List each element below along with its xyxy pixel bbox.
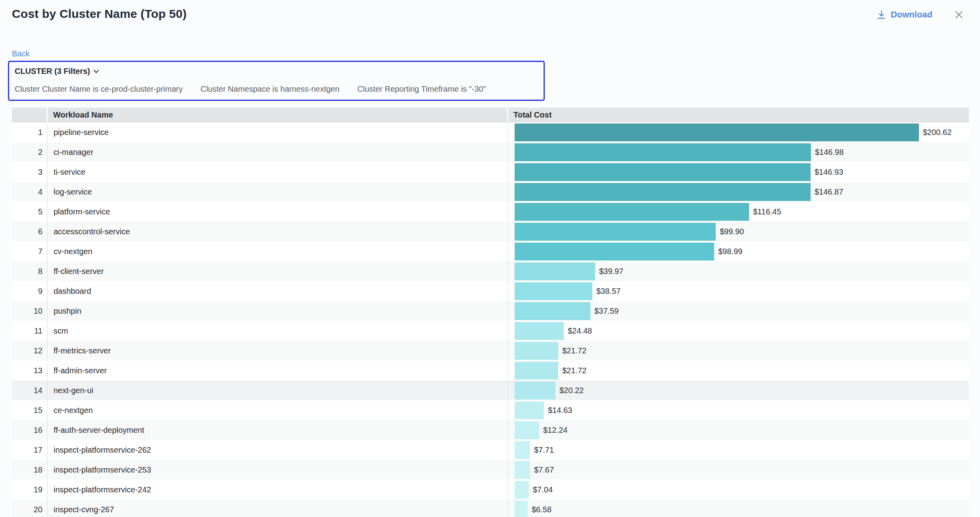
rank-cell: 8	[12, 261, 47, 281]
table-row[interactable]: 15ce-nextgen$14.63	[12, 400, 969, 420]
download-icon	[876, 10, 886, 20]
workload-name-cell: inspect-cvng-267	[47, 500, 508, 517]
close-icon	[955, 10, 963, 19]
rank-cell: 13	[12, 361, 47, 380]
cost-value-label: $39.97	[599, 267, 623, 276]
rank-cell: 12	[12, 341, 47, 361]
workload-name-cell: ff-metrics-server	[47, 341, 508, 361]
cost-by-cluster-modal: Cost by Cluster Name (Top 50) Download B…	[0, 0, 980, 517]
rank-cell: 4	[12, 182, 47, 202]
filter-conditions: Cluster Cluster Name is ce-prod-cluster-…	[15, 85, 486, 94]
table-row[interactable]: 11scm$24.48	[12, 321, 969, 341]
table-row[interactable]: 9dashboard$38.57	[12, 281, 969, 301]
cost-bar	[515, 362, 558, 380]
total-cost-cell: $20.22	[508, 380, 969, 400]
table-row[interactable]: 5platform-service$116.45	[12, 202, 969, 222]
header-divider	[507, 108, 508, 122]
table-header-row: Workload Name Total Cost	[12, 108, 969, 122]
filter-panel: CLUSTER (3 Filters) Cluster Cluster Name…	[8, 61, 545, 101]
back-link[interactable]: Back	[12, 49, 29, 58]
workload-name-cell: accesscontrol-service	[47, 222, 508, 241]
table-row[interactable]: 1pipeline-service$200.62	[12, 122, 969, 142]
cost-bar	[515, 223, 716, 241]
cost-value-label: $146.93	[815, 168, 843, 177]
cost-bar	[515, 501, 528, 517]
table-body: 1pipeline-service$200.622ci-manager$146.…	[12, 122, 969, 517]
total-cost-cell: $21.72	[508, 341, 969, 361]
cost-bar	[515, 461, 530, 479]
column-header-total-cost[interactable]: Total Cost	[508, 108, 969, 122]
download-label: Download	[891, 10, 932, 20]
cost-value-label: $20.22	[559, 386, 584, 395]
workload-name-cell: ff-admin-server	[47, 361, 508, 380]
total-cost-cell: $7.04	[508, 480, 969, 500]
download-button[interactable]: Download	[876, 10, 932, 20]
total-cost-cell: $116.45	[508, 202, 969, 222]
cost-value-label: $24.48	[568, 326, 592, 336]
filter-summary-label: CLUSTER (3 Filters)	[15, 67, 90, 76]
total-cost-cell: $200.62	[508, 122, 969, 142]
rank-cell: 3	[12, 162, 47, 182]
total-cost-cell: $7.71	[508, 440, 969, 460]
cost-bar	[515, 262, 595, 280]
table-row[interactable]: 16ff-auth-server-deployment$12.24	[12, 420, 969, 440]
total-cost-cell: $24.48	[508, 321, 969, 341]
workload-name-cell: pipeline-service	[47, 122, 508, 142]
workload-name-cell: ti-service	[47, 162, 508, 182]
rank-cell: 5	[12, 202, 47, 222]
rank-cell: 18	[12, 460, 47, 480]
cost-value-label: $12.24	[543, 426, 567, 435]
table-row[interactable]: 20inspect-cvng-267$6.58	[12, 500, 969, 517]
filter-condition: Cluster Reporting Timeframe is "-30"	[357, 85, 486, 94]
column-header-rank	[12, 108, 47, 122]
rank-cell: 1	[12, 122, 47, 142]
table-row[interactable]: 4log-service$146.87	[12, 182, 969, 202]
close-button[interactable]	[955, 10, 963, 19]
cost-value-label: $38.57	[596, 287, 621, 296]
rank-cell: 11	[12, 321, 47, 341]
table-row[interactable]: 14next-gen-ui$20.22	[12, 380, 969, 400]
cost-bar	[515, 401, 544, 419]
header-divider	[46, 108, 48, 122]
workload-name-cell: inspect-platformservice-253	[47, 460, 508, 480]
table-row[interactable]: 3ti-service$146.93	[12, 162, 969, 182]
rank-cell: 16	[12, 420, 47, 440]
table-row[interactable]: 6accesscontrol-service$99.90	[12, 222, 969, 241]
table-row[interactable]: 18inspect-platformservice-253$7.67	[12, 460, 969, 480]
cost-value-label: $146.98	[815, 148, 844, 157]
cost-table: Workload Name Total Cost 1pipeline-servi…	[12, 108, 969, 517]
table-row[interactable]: 7cv-nextgen$98.99	[12, 241, 969, 261]
filter-condition: Cluster Namespace is harness-nextgen	[200, 85, 339, 94]
cost-bar	[515, 183, 811, 201]
chevron-down-icon	[93, 69, 99, 73]
cost-value-label: $14.63	[548, 406, 572, 415]
cost-bar	[515, 203, 749, 221]
cost-bar	[515, 342, 558, 360]
workload-name-cell: platform-service	[47, 202, 508, 222]
cost-value-label: $98.99	[718, 247, 742, 256]
table-row[interactable]: 12ff-metrics-server$21.72	[12, 341, 969, 361]
workload-name-cell: ff-auth-server-deployment	[47, 420, 508, 440]
cost-value-label: $146.87	[815, 187, 843, 197]
cost-bar	[515, 322, 564, 340]
workload-name-cell: log-service	[47, 182, 508, 202]
filter-summary-toggle[interactable]: CLUSTER (3 Filters)	[15, 67, 99, 76]
cost-value-label: $7.04	[533, 485, 553, 494]
column-header-workload-name[interactable]: Workload Name	[47, 108, 508, 122]
workload-name-cell: ff-client-server	[47, 261, 508, 281]
rank-cell: 10	[12, 301, 47, 321]
rank-cell: 2	[12, 142, 47, 162]
table-row[interactable]: 17inspect-platformservice-262$7.71	[12, 440, 969, 460]
rank-cell: 9	[12, 281, 47, 301]
table-row[interactable]: 19inspect-platformservice-242$7.04	[12, 480, 969, 500]
cost-bar	[515, 282, 592, 300]
table-row[interactable]: 10pushpin$37.59	[12, 301, 969, 321]
total-cost-cell: $12.24	[508, 420, 969, 440]
table-row[interactable]: 2ci-manager$146.98	[12, 142, 969, 162]
table-row[interactable]: 13ff-admin-server$21.72	[12, 361, 969, 380]
rank-cell: 20	[12, 500, 47, 517]
table-row[interactable]: 8ff-client-server$39.97	[12, 261, 969, 281]
cost-bar	[515, 143, 811, 161]
rank-cell: 15	[12, 400, 47, 420]
cost-bar	[515, 163, 811, 181]
